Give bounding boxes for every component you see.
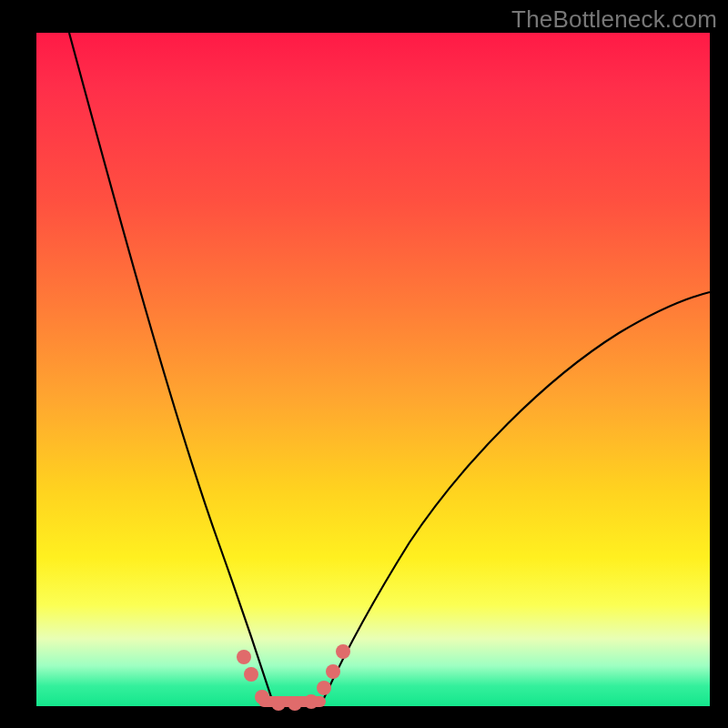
- marker-dot: [288, 696, 302, 711]
- watermark-label: TheBottleneck.com: [511, 5, 717, 34]
- marker-dot: [255, 690, 269, 704]
- chart-frame: TheBottleneck.com: [0, 0, 728, 728]
- marker-dot: [326, 664, 340, 679]
- right-curve: [320, 292, 710, 706]
- curves-svg: [36, 33, 710, 706]
- marker-dot: [244, 667, 258, 682]
- plot-area: [36, 33, 710, 706]
- marker-dot: [317, 681, 331, 695]
- marker-dot: [304, 694, 318, 709]
- marker-dot: [237, 650, 251, 664]
- left-curve: [69, 33, 275, 706]
- marker-dot: [336, 644, 350, 659]
- marker-dot: [271, 696, 286, 711]
